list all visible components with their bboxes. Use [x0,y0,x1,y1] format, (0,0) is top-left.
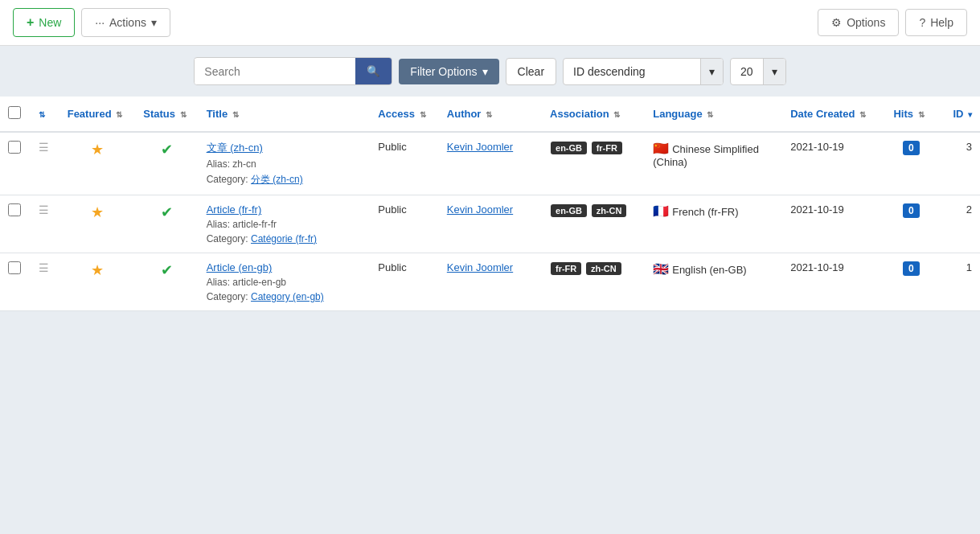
clear-label: Clear [518,65,544,78]
sort-arrows-icon: ⇅ [39,110,45,119]
toolbar-right: ⚙ Options ? Help [818,9,967,36]
association-header[interactable]: Association ⇅ [542,97,645,132]
drag-handle[interactable]: ☰ [39,203,49,216]
status-published-icon[interactable]: ✔ [161,142,173,158]
table-row: ☰★✔ Article (en-gb) Alias: article-en-gb… [0,253,980,311]
author-link[interactable]: Kevin Joomler [447,141,513,153]
hits-header[interactable]: Hits ⇅ [885,97,937,132]
access-value: Public [378,141,406,153]
article-title-link[interactable]: Article (fr-fr) [207,203,262,216]
author-link[interactable]: Kevin Joomler [447,261,513,273]
gear-icon: ⚙ [831,16,842,29]
id-sort-icon: ▾ [968,110,972,119]
access-sort-icon: ⇅ [420,110,426,119]
featured-sort-icon: ⇅ [116,110,122,119]
author-header[interactable]: Author ⇅ [439,97,542,132]
per-page-text: 20 [731,59,763,84]
access-header-label: Access [378,108,415,120]
sort-select-wrap[interactable]: ID descending ▾ [563,58,724,85]
featured-header[interactable]: Featured ⇅ [59,97,136,132]
title-header-label: Title [207,108,228,120]
association-badge[interactable]: fr-FR [592,142,622,154]
options-label: Options [847,16,885,29]
association-badge[interactable]: en-GB [551,142,587,154]
new-button[interactable]: + New [13,8,75,37]
table-header-row: ⇅ Featured ⇅ Status ⇅ Title ⇅ [0,97,980,132]
filter-chevron-icon: ▾ [482,65,488,78]
featured-star-icon[interactable]: ★ [91,262,104,278]
article-category: Category: Category (en-gb) [207,291,363,302]
new-label: New [39,16,61,29]
search-input-wrap: 🔍 [194,57,392,85]
association-badge[interactable]: fr-FR [551,262,581,275]
per-page-chevron-icon[interactable]: ▾ [763,59,785,84]
category-link[interactable]: Catégorie (fr-fr) [251,233,317,244]
date-sort-icon: ⇅ [859,110,866,119]
row-checkbox[interactable] [8,261,21,274]
date-created-header[interactable]: Date Created ⇅ [782,97,885,132]
question-icon: ? [919,16,925,29]
date-created-header-label: Date Created [790,108,855,120]
search-bar: 🔍 Filter Options ▾ Clear ID descending ▾… [0,46,980,97]
status-published-icon[interactable]: ✔ [161,262,173,278]
actions-label: Actions [109,16,146,29]
status-header[interactable]: Status ⇅ [135,97,198,132]
access-value: Public [378,261,406,273]
ellipsis-icon: ··· [95,16,105,29]
id-value: 2 [966,203,972,216]
select-all-header[interactable] [0,97,31,132]
id-header-label: ID [953,108,963,120]
language-flag: 🇫🇷 [653,204,669,218]
search-input[interactable] [195,59,355,84]
search-button[interactable]: 🔍 [355,58,392,84]
actions-button[interactable]: ··· Actions ▾ [81,8,170,37]
row-checkbox[interactable] [8,203,21,216]
hits-header-label: Hits [893,108,913,120]
language-flag: 🇨🇳 [653,142,669,155]
id-header[interactable]: ID ▾ [937,97,980,132]
category-link[interactable]: Category (en-gb) [251,291,324,302]
hits-sort-icon: ⇅ [918,110,925,119]
per-page-wrap[interactable]: 20 ▾ [730,58,786,85]
status-published-icon[interactable]: ✔ [161,204,173,220]
id-value: 1 [966,261,972,273]
drag-handle[interactable]: ☰ [39,261,49,274]
author-sort-icon: ⇅ [486,110,492,119]
author-header-label: Author [447,108,482,120]
language-name: French (fr-FR) [672,206,738,218]
title-sort-icon: ⇅ [232,110,239,119]
category-link[interactable]: 分类 (zh-cn) [251,174,303,185]
featured-star-icon[interactable]: ★ [91,204,104,220]
language-header-label: Language [653,108,702,120]
status-header-label: Status [143,108,175,120]
featured-star-icon[interactable]: ★ [91,142,104,158]
clear-button[interactable]: Clear [506,58,556,85]
association-badge[interactable]: zh-CN [586,262,621,275]
language-sort-icon: ⇅ [707,110,713,119]
article-alias: Alias: article-fr-fr [207,219,363,230]
row-checkbox[interactable] [8,141,21,154]
article-title-link[interactable]: 文章 (zh-cn) [207,142,263,154]
drag-handle[interactable]: ☰ [39,141,49,154]
featured-header-label: Featured [68,108,112,120]
date-created-value: 2021-10-19 [790,203,844,216]
article-category: Category: Catégorie (fr-fr) [207,233,363,244]
sort-chevron-icon[interactable]: ▾ [700,59,723,84]
author-link[interactable]: Kevin Joomler [447,203,513,216]
filter-options-button[interactable]: Filter Options ▾ [399,59,498,84]
select-all-checkbox[interactable] [8,106,21,119]
options-button[interactable]: ⚙ Options [818,9,899,36]
filter-options-label: Filter Options [410,65,477,78]
access-header[interactable]: Access ⇅ [370,97,438,132]
association-badge[interactable]: zh-CN [592,204,627,217]
toolbar: + New ··· Actions ▾ ⚙ Options ? Help [0,0,980,46]
title-header[interactable]: Title ⇅ [199,97,371,132]
association-badge[interactable]: en-GB [551,204,587,217]
article-title-link[interactable]: Article (en-gb) [207,261,273,273]
help-button[interactable]: ? Help [905,9,967,36]
sort-select-text: ID descending [564,59,700,84]
hits-badge: 0 [903,141,920,155]
id-value: 3 [966,141,972,153]
language-header[interactable]: Language ⇅ [645,97,782,132]
article-alias: Alias: article-en-gb [207,277,363,288]
